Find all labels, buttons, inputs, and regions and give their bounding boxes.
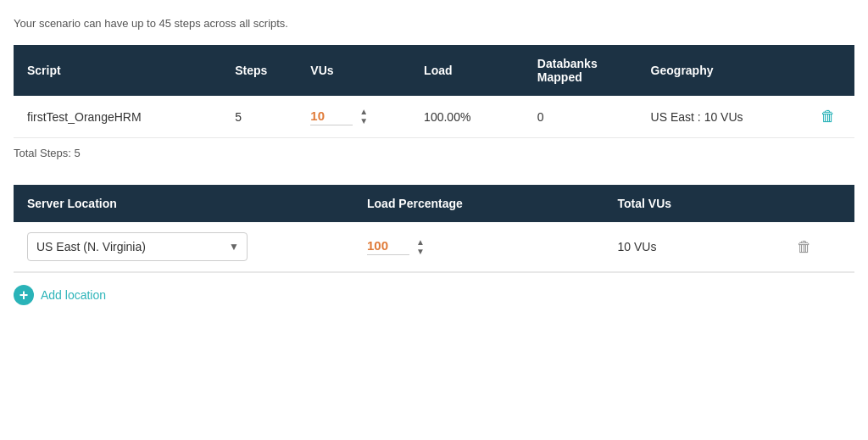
scripts-header-load: Load [410, 45, 524, 96]
vus-up-button[interactable]: ▲ [358, 108, 370, 116]
load-pct-up-button[interactable]: ▲ [415, 238, 426, 247]
add-location-row: + Add location [14, 272, 854, 309]
scripts-header-script: Script [14, 45, 221, 96]
table-row: firstTest_OrangeHRM 5 10 ▲ ▼ 100.00% 0 U… [14, 96, 854, 138]
location-total-vus: 10 VUs [604, 222, 783, 272]
info-text: Your scenario can have up to 45 steps ac… [14, 17, 854, 30]
location-header-action [783, 185, 854, 222]
load-pct-value: 100 [367, 238, 392, 253]
script-databanks: 0 [524, 96, 637, 138]
script-name: firstTest_OrangeHRM [14, 96, 221, 138]
script-steps: 5 [221, 96, 297, 138]
delete-location-icon[interactable]: 🗑 [797, 238, 812, 255]
add-location-icon[interactable]: + [14, 285, 34, 305]
scripts-header-action [807, 45, 854, 96]
location-load-cell: 100 ▲ ▼ [353, 222, 604, 272]
add-location-button[interactable]: Add location [41, 288, 106, 302]
location-select-wrapper[interactable]: US East (N. Virginia) US West (Oregon) E… [27, 232, 248, 261]
location-select[interactable]: US East (N. Virginia) US West (Oregon) E… [27, 232, 248, 261]
script-load: 100.00% [410, 96, 524, 138]
scripts-header-geography: Geography [637, 45, 808, 96]
script-vus-cell: 10 ▲ ▼ [297, 96, 410, 138]
location-table: Server Location Load Percentage Total VU… [14, 185, 854, 272]
location-row: US East (N. Virginia) US West (Oregon) E… [14, 222, 854, 272]
location-delete-cell: 🗑 [783, 222, 854, 272]
scripts-header-steps: Steps [221, 45, 297, 96]
location-header-load: Load Percentage [353, 185, 604, 222]
location-header-total: Total VUs [604, 185, 783, 222]
total-steps: Total Steps: 5 [14, 147, 854, 159]
scripts-table: Script Steps VUs Load Databanks Mapped G… [14, 45, 854, 138]
scripts-header-databanks: Databanks Mapped [524, 45, 637, 96]
location-header-server: Server Location [14, 185, 353, 222]
load-pct-down-button[interactable]: ▼ [415, 248, 426, 256]
vus-value: 10 [310, 109, 327, 123]
load-pct-spinner[interactable]: ▲ ▼ [415, 238, 426, 256]
script-delete-cell: 🗑 [807, 96, 854, 138]
scripts-header-vus: VUs [297, 45, 410, 96]
vus-spinner[interactable]: ▲ ▼ [358, 108, 370, 125]
delete-script-icon[interactable]: 🗑 [821, 108, 836, 125]
location-section: Server Location Load Percentage Total VU… [14, 185, 854, 309]
script-geography: US East : 10 VUs [637, 96, 808, 138]
location-server-cell: US East (N. Virginia) US West (Oregon) E… [14, 222, 353, 272]
vus-down-button[interactable]: ▼ [358, 117, 370, 125]
